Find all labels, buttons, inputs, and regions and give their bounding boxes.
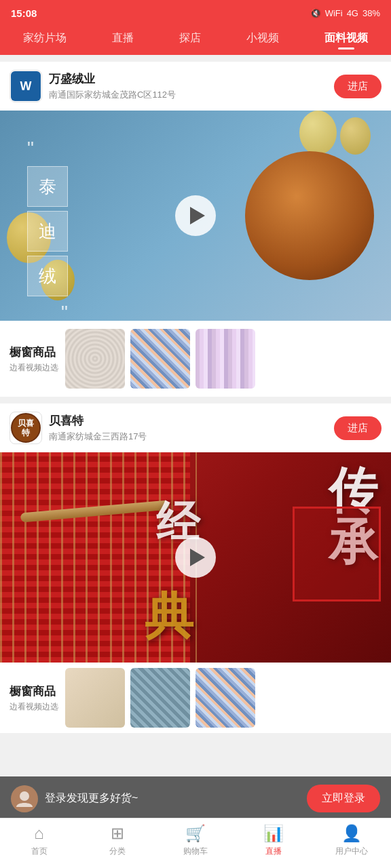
product-thumb-5[interactable] [130,668,190,728]
product-title-wansheng: 橱窗商品 [10,344,58,360]
category-icon: ⊞ [111,824,124,843]
store-name-wansheng: 万盛绒业 [49,71,176,87]
status-bar: 15:08 🔇 WiFi 4G 38% [0,0,391,24]
store-text-wansheng: 万盛绒业 南通国际家纺城金茂路C区112号 [49,71,176,101]
video-text-wansheng: " 泰 迪 绒 " [27,138,68,321]
product-thumb-1[interactable] [65,329,125,389]
store-text-beixite: 贝喜特 南通家纺城金三西路17号 [49,413,147,443]
play-triangle-icon-2 [190,549,205,566]
product-thumbs-beixite [65,668,381,728]
store-info-beixite: 贝喜特 贝喜特 南通家纺城金三西路17号 [10,412,147,444]
product-thumb-3[interactable] [196,329,255,389]
mute-icon: 🔇 [310,8,321,18]
main-content: W 万盛绒业 南通国际家纺城金茂路C区112号 进店 [0,55,391,848]
red-highlight-box [293,507,381,601]
product-sub-beixite: 边看视频边选 [10,701,58,713]
play-button-beixite[interactable] [175,537,216,578]
video-char-dian: 典 [145,584,193,649]
video-bg-beixite: 经 传 承 典 [0,452,391,663]
store-card-beixite: 贝喜特 贝喜特 南通家纺城金三西路17号 进店 经 传 承 [0,403,391,733]
svg-point-0 [20,791,29,801]
nav-item-profile[interactable]: 👤 用户中心 [331,824,372,857]
nav-zhibo[interactable]: 直播 [107,31,139,45]
store-card-wansheng: W 万盛绒业 南通国际家纺城金茂路C区112号 进店 [0,62,391,397]
beixite-logo-img: 贝喜特 [11,413,41,443]
video-wansheng[interactable]: " 泰 迪 绒 " [0,111,391,321]
store-logo-beixite: 贝喜特 [10,412,42,444]
battery-icon: 38% [362,8,380,18]
store-info-wansheng: W 万盛绒业 南通国际家纺城金茂路C区112号 [10,70,176,102]
product-thumbs-wansheng [65,329,381,389]
play-button-wansheng[interactable] [175,195,216,236]
login-button[interactable]: 立即登录 [307,785,380,812]
nav-label-home: 首页 [31,846,48,857]
product-label-wansheng: 橱窗商品 边看视频边选 [10,344,58,374]
login-bar-left: 登录发现更多好货~ [11,785,138,812]
status-time: 15:08 [11,7,37,19]
nav-item-cart[interactable]: 🛒 购物车 [175,824,216,857]
login-prompt-text: 登录发现更多好货~ [45,791,138,806]
cart-icon: 🛒 [185,824,206,843]
store-header-wansheng: W 万盛绒业 南通国际家纺城金茂路C区112号 进店 [0,62,391,111]
nav-item-live[interactable]: 📊 直播 [253,824,294,857]
bottom-navigation: ⌂ 首页 ⊞ 分类 🛒 购物车 📊 直播 👤 用户中心 [0,818,391,868]
login-bar: 登录发现更多好货~ 立即登录 [0,776,391,821]
live-icon: 📊 [263,824,284,843]
store-address-beixite: 南通家纺城金三西路17号 [49,431,147,443]
dog-circle [245,151,374,280]
char-box-3: 绒 [27,256,68,296]
store-logo-wansheng: W [10,70,42,102]
video-bg-wansheng: " 泰 迪 绒 " [0,111,391,321]
product-title-beixite: 橱窗商品 [10,684,58,699]
store-header-beixite: 贝喜特 贝喜特 南通家纺城金三西路17号 进店 [0,403,391,452]
signal-icon: 4G [347,8,358,18]
top-navigation: 家纺片场 直播 探店 小视频 面料视频 [0,24,391,55]
home-icon: ⌂ [34,824,44,843]
nav-label-cart: 购物车 [183,846,208,857]
enter-store-btn-beixite[interactable]: 进店 [334,416,381,440]
product-thumb-2[interactable] [130,329,190,389]
enter-store-btn-wansheng[interactable]: 进店 [334,75,381,98]
store-address-wansheng: 南通国际家纺城金茂路C区112号 [49,89,176,101]
nav-xiaovideo[interactable]: 小视频 [241,31,284,45]
dog-image [242,138,377,294]
nav-tanjin[interactable]: 探店 [174,31,206,45]
nav-miaoliao[interactable]: 面料视频 [319,31,373,45]
product-label-beixite: 橱窗商品 边看视频边选 [10,684,58,713]
nav-label-category: 分类 [109,846,126,857]
nav-item-category[interactable]: ⊞ 分类 [97,824,138,857]
nav-jiafang[interactable]: 家纺片场 [18,31,72,45]
nav-label-live: 直播 [265,846,282,857]
char-box-2: 迪 [27,211,68,252]
product-row-wansheng: 橱窗商品 边看视频边选 [0,321,391,397]
play-triangle-icon [190,207,205,224]
store-name-beixite: 贝喜特 [49,413,147,429]
login-avatar-icon [11,785,38,812]
wansheng-logo-img: W [11,71,41,101]
char-box-1: 泰 [27,166,68,207]
wifi-icon: WiFi [325,8,343,18]
user-icon: 👤 [341,824,362,843]
product-sub-wansheng: 边看视频边选 [10,362,58,374]
product-thumb-4[interactable] [65,668,125,728]
product-thumb-6[interactable] [196,668,255,728]
user-silhouette-icon [15,789,34,808]
video-beixite[interactable]: 经 传 承 典 [0,452,391,663]
status-icons: 🔇 WiFi 4G 38% [310,8,380,18]
nav-label-profile: 用户中心 [335,846,368,857]
product-row-beixite: 橱窗商品 边看视频边选 [0,663,391,733]
nav-item-home[interactable]: ⌂ 首页 [19,824,60,857]
